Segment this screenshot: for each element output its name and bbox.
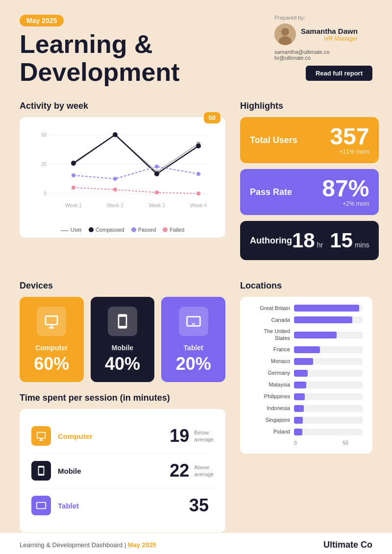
bar-row-7: Philippines [250,393,363,400]
chart-svg: 50 25 0 Week 1 Week 2 Week 3 Week 4 [27,125,218,223]
bar-row-1: Canada [250,316,363,323]
svg-point-24 [196,172,200,176]
bar-row-3: France [250,346,363,353]
month-badge: May 2025 [20,15,64,26]
person-role: HR Manager [301,35,358,42]
bar-row-0: Great Britain [250,305,363,312]
time-title: Time spent per session (in minutes) [20,393,225,403]
time-device-mobile: Mobile [58,467,170,475]
legend-failed: Failed [163,227,184,233]
time-value-tablet: 35 [189,495,209,516]
main-title: Learning & Development [20,30,180,86]
bar-row-5: Germany [250,370,363,377]
authoring-hr-unit: hr [317,241,323,249]
email-primary: samantha@ultimate.co [274,49,372,55]
devices-locations-row: Devices Computer 60% Mobile 40% [20,281,372,532]
authoring-min-value: 15 [330,229,353,252]
time-value-computer: 19 [170,426,189,446]
svg-point-19 [154,171,159,176]
mobile-icon [108,307,137,336]
svg-text:Week 2: Week 2 [107,203,123,208]
device-pct-computer: 60% [27,354,76,374]
avatar [274,24,296,45]
device-card-mobile: Mobile 40% [91,297,155,382]
device-pct-mobile: 40% [98,354,147,374]
devices-cards: Computer 60% Mobile 40% Tablet [20,297,225,382]
bar-axis: 0 50 [294,440,363,446]
activity-highlights-row: Activity by week 50 50 25 0 Week 1 [20,101,372,266]
time-note-computer: Below average [194,429,214,443]
svg-text:0: 0 [44,191,47,196]
svg-text:Week 3: Week 3 [148,203,165,208]
svg-text:Week 4: Week 4 [190,203,207,208]
activity-chart-container: 50 50 25 0 Week 1 Week 2 Week [20,117,225,238]
time-row-mobile: Mobile 22 Above average [31,454,214,488]
pass-rate-right: 87% +2% mom [322,177,369,207]
contact-info: samantha@ultimate.co hr@ultimate.co [274,49,372,61]
authoring-card: Authoring 18 hr 15 mins [240,221,379,260]
svg-point-26 [113,188,117,192]
svg-point-23 [155,165,159,169]
total-users-value: 357 [330,125,369,148]
authoring-values: 18 hr 15 mins [292,229,369,252]
total-users-label: Total Users [250,135,297,145]
person-info: Samantha Dawn HR Manager [301,27,358,42]
time-icon-mobile [31,461,51,481]
bar-row-2: The United States [250,328,363,341]
bar-row-8: Indonesia [250,405,363,412]
device-name-computer: Computer [27,344,76,352]
bar-row-4: Monaco [250,358,363,365]
computer-icon [37,307,66,336]
svg-point-1 [281,28,289,36]
device-pct-tablet: 20% [169,354,218,374]
svg-point-20 [196,144,201,148]
time-device-computer: Computer [58,432,170,440]
authoring-hr-value: 18 [292,229,315,252]
person-name: Samantha Dawn [301,27,358,35]
prepared-by-label: Prepared by: [274,15,372,21]
time-row-computer: Computer 19 Below average [31,419,214,454]
header-section: May 2025 Learning & Development Prepared… [20,15,372,86]
highlights-col: Highlights Total Users 357 +11% mom Pass… [240,101,379,266]
footer-left: Learning & Development Dashboard | May 2… [20,541,156,549]
locations-col: Locations Great Britain Canada The Unite… [240,281,372,532]
device-name-mobile: Mobile [98,344,147,352]
read-report-button[interactable]: Read full report [306,66,372,81]
devices-col: Devices Computer 60% Mobile 40% [20,281,225,532]
svg-point-28 [196,192,200,195]
time-note-mobile: Above average [194,464,214,478]
header-right: Prepared by: Samantha Dawn HR Manager sa… [274,15,372,81]
legend-passed: Passed [131,227,156,233]
time-section: Time spent per session (in minutes) Comp… [20,393,225,532]
footer-right: Ultimate Co [323,540,372,550]
locations-title: Locations [240,281,372,291]
activity-title: Activity by week [20,101,225,111]
time-icon-tablet [31,496,51,515]
device-card-computer: Computer 60% [20,297,84,382]
time-value-mobile: 22 [170,460,189,481]
svg-point-22 [113,177,117,181]
legend-user: User [61,227,82,233]
locations-chart: Great Britain Canada The United States F… [240,297,372,453]
chart-tooltip: 50 [204,112,220,123]
header-left: May 2025 Learning & Development [20,15,180,86]
svg-text:50: 50 [41,132,47,138]
legend-compassed: Compassed [89,227,124,233]
authoring-label: Authoring [250,236,292,246]
svg-point-27 [155,191,159,194]
svg-point-18 [113,132,118,137]
email-hr: hr@ultimate.co [274,55,372,61]
svg-point-25 [72,186,75,190]
time-row-tablet: Tablet 35 [31,488,214,523]
svg-point-17 [71,161,76,166]
device-card-tablet: Tablet 20% [161,297,225,382]
chart-legend: User Compassed Passed Failed [27,227,218,233]
devices-title: Devices [20,281,225,291]
svg-text:Week 1: Week 1 [65,203,82,208]
tablet-icon [179,307,208,336]
bar-row-6: Malaysia [250,382,363,388]
time-device-tablet: Tablet [58,502,189,510]
time-icon-computer [31,426,51,446]
svg-text:25: 25 [41,162,47,167]
time-card: Computer 19 Below average Mobile 22 [20,409,225,532]
